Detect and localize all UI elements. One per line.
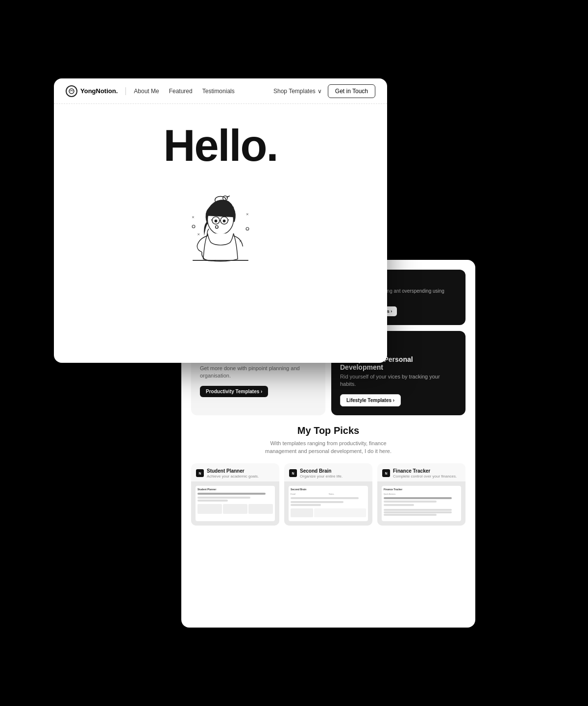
site-name: YongNotion. [80, 87, 118, 95]
nav-right: Shop Templates ∨ Get in Touch [273, 84, 375, 98]
get-in-touch-button[interactable]: Get in Touch [328, 84, 375, 98]
second-brain-header: N Second Brain Organize your entire life… [284, 463, 372, 481]
hero-title: Hello. [163, 124, 277, 168]
browser-window: YongNotion. About Me Featured Testimonia… [54, 78, 387, 363]
svg-point-6 [246, 227, 249, 230]
svg-point-17 [223, 220, 226, 223]
notion-icon-student: N [196, 469, 204, 477]
svg-point-5 [192, 225, 195, 228]
productivity-desc: Get more done with pinpoint planning and… [200, 365, 317, 380]
second-brain-name: Second Brain [300, 468, 343, 474]
student-planner-card[interactable]: N Student Planner Achieve your academic … [191, 463, 279, 526]
finance-tracker-tagline: Complete control over your finances. [393, 474, 457, 479]
nav-about[interactable]: About Me [134, 88, 159, 95]
svg-text:×: × [192, 214, 195, 220]
student-planner-tagline: Achieve your academic goals. [207, 474, 259, 479]
top-picks-desc: With templates ranging from productivity… [255, 439, 402, 455]
finance-tracker-name: Finance Tracker [393, 468, 457, 474]
nav-featured[interactable]: Featured [169, 88, 193, 95]
top-picks-title: My Top Picks [191, 425, 466, 436]
second-brain-card[interactable]: N Second Brain Organize your entire life… [284, 463, 372, 526]
nav-divider [125, 87, 126, 95]
template-cards-grid: N Student Planner Achieve your academic … [191, 463, 466, 526]
second-brain-preview: Second Brain Email Notes [284, 481, 372, 526]
top-picks-section: My Top Picks With templates ranging from… [191, 425, 466, 455]
hero-illustration: × × × × [181, 182, 260, 271]
svg-point-0 [69, 89, 74, 94]
student-planner-preview: Student Planner [191, 481, 279, 526]
logo-icon [66, 85, 77, 97]
finance-tracker-header: N Finance Tracker Complete control over … [377, 463, 466, 481]
student-planner-name: Student Planner [207, 468, 259, 474]
second-brain-tagline: Organize your entire life. [300, 474, 343, 479]
svg-text:×: × [197, 231, 200, 237]
hero-section: Hello. × × × × [54, 104, 387, 280]
lifestyle-desc: Rid yourself of your vices by tracking y… [340, 373, 457, 388]
notion-icon-finance: N [382, 469, 390, 477]
svg-point-16 [215, 220, 218, 223]
nav-testimonials[interactable]: Testimonials [202, 88, 235, 95]
svg-text:×: × [246, 211, 249, 217]
student-planner-header: N Student Planner Achieve your academic … [191, 463, 279, 481]
navbar: YongNotion. About Me Featured Testimonia… [54, 78, 387, 104]
finance-tracker-preview: Finance Tracker Quick Actions [377, 481, 466, 526]
shop-templates-link[interactable]: Shop Templates ∨ [273, 88, 322, 95]
lifestyle-templates-button[interactable]: Lifestyle Templates › [340, 394, 401, 406]
finance-tracker-card[interactable]: N Finance Tracker Complete control over … [377, 463, 466, 526]
nav-logo: YongNotion. [66, 85, 118, 97]
notion-icon-brain: N [289, 469, 297, 477]
nav-links: About Me Featured Testimonials [134, 88, 266, 95]
productivity-templates-button[interactable]: Productivity Templates › [200, 386, 268, 397]
